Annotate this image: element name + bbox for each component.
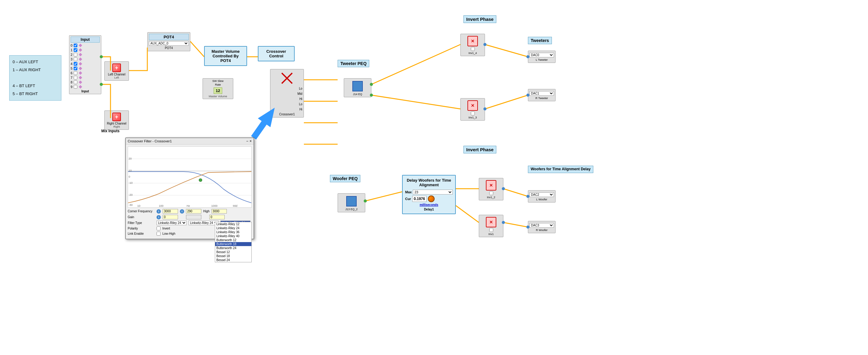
delay-max-select[interactable]: 23 (413, 190, 453, 195)
delay-node[interactable]: Delay Woofers for Time Alignment Max 23 … (402, 175, 456, 214)
input-check-3[interactable] (74, 57, 78, 61)
corner-freq-high-input[interactable] (212, 209, 227, 214)
input-row-9[interactable]: 9 (71, 85, 100, 89)
dropdown-item-lr24[interactable]: Linkwitz-Riley 24 (215, 226, 251, 230)
dialog-close-button[interactable]: × (250, 139, 252, 143)
inv1-2-checkbox[interactable] (489, 191, 493, 195)
dropdown-item-bw12[interactable]: Butterworth 12 (215, 238, 251, 242)
crossover-x-icon (281, 72, 293, 85)
input-check-5[interactable] (74, 67, 78, 70)
corner-freq-info-icon-2[interactable]: i (180, 209, 184, 214)
inv1-4-icon: ✕ (467, 36, 478, 46)
inv1-4-checkbox[interactable] (471, 47, 475, 51)
dac3-select[interactable]: DAC3 (529, 223, 554, 228)
dac0-label: L Tweeter (529, 58, 554, 61)
inv1-3-checkbox[interactable] (471, 111, 475, 116)
inv1-3-checkbox-row[interactable] (462, 111, 484, 116)
svg-text:Hz: Hz (187, 204, 190, 207)
delay-max-row: Max 23 (405, 190, 453, 195)
crossover-chart: 20 10 0 -10 -20 -30 10 100 Hz 1000 Mid L… (128, 147, 251, 207)
input-check-4[interactable] (74, 62, 78, 66)
svg-text:0: 0 (129, 175, 130, 178)
svg-text:100: 100 (159, 204, 164, 207)
corner-freq-mid-input[interactable] (186, 209, 202, 214)
filter-type-mid-select[interactable]: Linkwitz-Riley 24 (188, 221, 219, 225)
dac2-select[interactable]: DAC2 (529, 192, 554, 197)
input-check-2[interactable] (74, 53, 78, 57)
dialog-body: 20 10 0 -10 -20 -30 10 100 Hz 1000 Mid L… (126, 144, 253, 239)
delay-knob[interactable] (428, 195, 435, 202)
input-check-6[interactable] (74, 71, 78, 75)
input-row-6[interactable]: 6 (71, 71, 100, 75)
right-mix-node: + Right Channel Right (104, 110, 129, 130)
gain-mid-input[interactable] (186, 215, 202, 219)
input-check-1[interactable] (74, 48, 78, 52)
input-row-7[interactable]: 7 (71, 76, 100, 79)
delay-footer-label: Delay1 (405, 208, 453, 211)
svg-text:1000: 1000 (211, 204, 217, 207)
dac1-select[interactable]: DAC1 (529, 91, 554, 96)
inv1-checkbox[interactable] (489, 228, 493, 232)
dac3-node: DAC3 R Woofer (528, 221, 556, 233)
delay-unit[interactable]: milliseconds (405, 203, 453, 206)
filter-type-dropdown[interactable]: Linkwitz-Riley 12 Linkwitz-Riley 24 Link… (215, 222, 252, 262)
gain-low-input[interactable] (163, 215, 178, 219)
input-row-1[interactable]: 1 (71, 48, 100, 52)
corner-freq-info-icon[interactable]: i (157, 209, 161, 214)
input-row-2[interactable]: 2 (71, 53, 100, 57)
left-node-label: Left (106, 76, 127, 79)
input-check-8[interactable] (74, 80, 78, 84)
tweeter-peq-node: J14 EQ (344, 78, 371, 97)
inv1-2-icon: ✕ (486, 180, 496, 191)
master-volume-node[interactable]: Master VolumeControlled ByPOT4 (204, 46, 247, 66)
inv1-icon: ✕ (486, 217, 496, 227)
gain-info-icon[interactable]: i (157, 215, 161, 219)
crossover-control-node[interactable]: CrossoverControl (258, 46, 294, 61)
input-check-9[interactable] (74, 85, 78, 89)
low-high-checkbox[interactable] (157, 232, 160, 236)
input-row-0[interactable]: 0 (71, 43, 100, 47)
input-check-0[interactable] (74, 43, 78, 47)
dialog-titlebar: Crossover Filter - Crossover1 − × (126, 138, 253, 144)
corner-freq-low-input[interactable] (163, 209, 178, 214)
inv1-4-checkbox-row[interactable] (462, 47, 484, 51)
dropdown-item-bessel12[interactable]: Bessel 12 (215, 250, 251, 254)
inv1-checkbox-row[interactable] (480, 228, 502, 232)
dropdown-item-lr40[interactable]: Linkwitz-Riley 40 (215, 234, 251, 238)
input-row-3[interactable]: 3 (71, 57, 100, 61)
input-row-4[interactable]: 4 (71, 62, 100, 66)
input-row-8[interactable]: 8 (71, 80, 100, 84)
tweeter-peq-icon (352, 81, 363, 91)
dropdown-item-bessel18[interactable]: Bessel 18 (215, 254, 251, 258)
crossover-outputs: LoMidHiLoHi (272, 86, 302, 112)
pot4-select[interactable]: AUX_ADC_0 (149, 41, 189, 46)
dropdown-item-bw18-selected[interactable]: Butterworth 18 (215, 242, 251, 246)
tweeter-peq-label: J14 EQ (345, 93, 370, 96)
svg-text:-20: -20 (129, 193, 133, 196)
inv1-2-checkbox-row[interactable] (480, 191, 502, 195)
inv1-2-node: ✕ Inv1_2 (479, 178, 503, 200)
master-volume-footer: Master Volume (204, 95, 232, 98)
svg-text:10: 10 (137, 204, 140, 207)
dropdown-item-bessel24[interactable]: Bessel 24 (215, 258, 251, 262)
polarity-invert-checkbox[interactable] (157, 226, 160, 230)
pot4-node: POT4 AUX_ADC_0 POT4 (147, 32, 190, 51)
slew-value[interactable]: 12 (214, 88, 222, 94)
svg-point-20 (199, 179, 202, 182)
chart-area: 20 10 0 -10 -20 -30 10 100 Hz 1000 Mid L… (128, 147, 252, 208)
dropdown-item-lr12[interactable]: Linkwitz-Riley 12 (215, 222, 251, 226)
filter-type-low-select[interactable]: Linkwitz-Riley 24 (157, 221, 187, 225)
dropdown-item-bw24[interactable]: Butterworth 24 (215, 246, 251, 250)
input-check-7[interactable] (74, 76, 78, 79)
input-row-5[interactable]: 5 (71, 67, 100, 70)
dac0-select[interactable]: DAC0 (529, 53, 554, 57)
dropdown-item-lr36[interactable]: Linkwitz-Riley 36 (215, 230, 251, 234)
gain-high-input[interactable] (209, 215, 225, 219)
dialog-minimize-button[interactable]: − (246, 139, 248, 143)
input-label-line2: 1 – AUX RIGHT (12, 66, 58, 74)
polarity-invert-label: Invert (162, 227, 170, 230)
right-channel-label: Right Channel (106, 122, 127, 125)
input-label-line4: 5 – BT RIGHT (12, 90, 58, 98)
delay-cur-row: Cur 0.1976 (405, 195, 453, 202)
link-enable-label: Link Enable (128, 232, 155, 235)
